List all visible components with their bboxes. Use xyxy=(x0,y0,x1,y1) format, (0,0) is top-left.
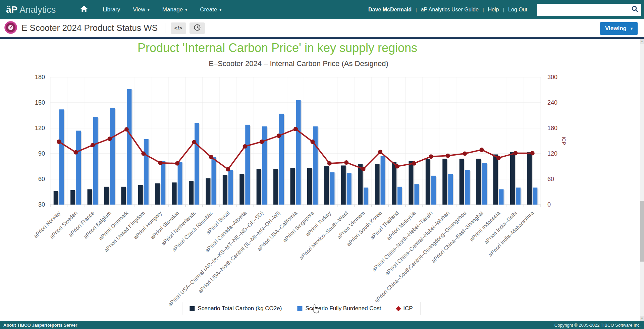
icp-point-21[interactable] xyxy=(412,161,416,166)
bar-burdened-cost-22[interactable] xyxy=(431,176,436,205)
bar-total-carbon-6[interactable] xyxy=(155,183,160,205)
bar-total-carbon-7[interactable] xyxy=(172,182,177,205)
bar-total-carbon-19[interactable] xyxy=(375,164,380,205)
schedule-button[interactable] xyxy=(190,22,205,34)
bar-total-carbon-21[interactable] xyxy=(409,161,413,205)
icp-point-24[interactable] xyxy=(463,152,467,156)
viewing-dropdown-button[interactable]: Viewing ▾ xyxy=(600,22,638,35)
bar-burdened-cost-26[interactable] xyxy=(499,189,503,205)
icp-point-10[interactable] xyxy=(226,167,230,171)
bar-total-carbon-28[interactable] xyxy=(527,152,532,205)
user-name[interactable]: Dave McDermaid xyxy=(368,7,412,13)
bar-total-carbon-4[interactable] xyxy=(121,187,126,205)
bar-burdened-cost-2[interactable] xyxy=(93,117,98,205)
bar-burdened-cost-17[interactable] xyxy=(347,173,352,205)
scrollbar-up-arrow[interactable]: ▲ xyxy=(640,39,644,44)
bar-burdened-cost-15[interactable] xyxy=(313,126,318,205)
bar-total-carbon-23[interactable] xyxy=(442,159,447,205)
icp-point-14[interactable] xyxy=(293,127,298,131)
bar-burdened-cost-20[interactable] xyxy=(397,187,402,205)
icp-point-3[interactable] xyxy=(107,136,112,141)
bar-total-carbon-10[interactable] xyxy=(223,175,227,205)
bar-burdened-cost-23[interactable] xyxy=(448,174,453,205)
legend-item-total-carbon[interactable]: Scenario Total Carbon (kg CO2e) xyxy=(190,305,282,312)
scrollbar-down-arrow[interactable]: ▼ xyxy=(640,316,644,321)
icp-point-19[interactable] xyxy=(378,150,382,154)
icp-point-7[interactable] xyxy=(175,161,179,166)
brand-logo[interactable]: ăP Analytics xyxy=(6,4,56,15)
bar-burdened-cost-28[interactable] xyxy=(533,187,537,205)
bar-total-carbon-1[interactable] xyxy=(70,190,75,205)
bar-burdened-cost-19[interactable] xyxy=(381,156,385,205)
bar-total-carbon-0[interactable] xyxy=(54,191,58,205)
icp-point-0[interactable] xyxy=(57,140,61,144)
bar-burdened-cost-1[interactable] xyxy=(76,131,81,205)
nav-item-library[interactable]: Library xyxy=(96,3,126,16)
icp-point-13[interactable] xyxy=(277,133,281,138)
nav-item-create[interactable]: Create ▾ xyxy=(194,3,228,16)
icp-point-5[interactable] xyxy=(141,152,146,156)
bar-total-carbon-9[interactable] xyxy=(206,178,210,205)
icp-point-16[interactable] xyxy=(327,161,332,166)
bar-burdened-cost-10[interactable] xyxy=(228,170,233,205)
bar-burdened-cost-25[interactable] xyxy=(482,163,487,205)
bar-total-carbon-13[interactable] xyxy=(273,169,278,205)
legend-item-burdened-cost[interactable]: Scenario Fully Burdened Cost xyxy=(297,305,381,312)
bar-total-carbon-17[interactable] xyxy=(341,165,346,205)
icp-point-1[interactable] xyxy=(74,150,78,155)
bar-burdened-cost-21[interactable] xyxy=(414,184,419,205)
bar-burdened-cost-24[interactable] xyxy=(465,170,470,205)
icp-point-4[interactable] xyxy=(124,127,129,131)
bar-total-carbon-3[interactable] xyxy=(104,187,109,205)
bar-burdened-cost-11[interactable] xyxy=(245,125,250,205)
bar-total-carbon-8[interactable] xyxy=(189,181,194,205)
bar-total-carbon-15[interactable] xyxy=(307,168,312,205)
icp-point-9[interactable] xyxy=(209,155,213,159)
icp-point-17[interactable] xyxy=(344,160,348,165)
bar-total-carbon-20[interactable] xyxy=(392,162,396,205)
embed-code-button[interactable]: </> xyxy=(171,22,186,34)
icp-point-15[interactable] xyxy=(310,140,315,144)
icp-point-8[interactable] xyxy=(192,140,197,144)
vertical-scrollbar[interactable]: ▲ ▼ xyxy=(640,39,644,321)
icp-point-26[interactable] xyxy=(496,156,501,160)
bar-total-carbon-5[interactable] xyxy=(138,185,143,205)
icp-point-18[interactable] xyxy=(361,167,366,171)
icp-point-28[interactable] xyxy=(530,151,535,155)
bar-total-carbon-14[interactable] xyxy=(290,168,295,205)
legend-item-icp[interactable]: ICP xyxy=(396,305,413,312)
bar-total-carbon-2[interactable] xyxy=(88,189,92,205)
bar-burdened-cost-13[interactable] xyxy=(279,114,284,205)
icp-point-27[interactable] xyxy=(513,151,518,155)
bar-total-carbon-11[interactable] xyxy=(239,174,244,205)
nav-item-manage[interactable]: Manage ▾ xyxy=(156,3,194,16)
bar-burdened-cost-14[interactable] xyxy=(296,100,301,205)
bar-burdened-cost-5[interactable] xyxy=(144,139,149,205)
bar-total-carbon-22[interactable] xyxy=(426,159,430,205)
icp-point-2[interactable] xyxy=(91,143,95,147)
bar-burdened-cost-8[interactable] xyxy=(195,123,199,205)
icp-point-23[interactable] xyxy=(446,154,450,158)
bar-burdened-cost-3[interactable] xyxy=(110,108,115,205)
bar-burdened-cost-12[interactable] xyxy=(262,126,267,205)
bar-burdened-cost-0[interactable] xyxy=(59,109,64,205)
bar-burdened-cost-27[interactable] xyxy=(516,187,521,205)
scrollbar-thumb[interactable] xyxy=(640,201,644,262)
nav-link-logout[interactable]: Log Out xyxy=(508,7,527,13)
bar-burdened-cost-4[interactable] xyxy=(127,89,131,205)
icp-point-22[interactable] xyxy=(429,154,433,159)
icp-point-25[interactable] xyxy=(480,148,484,152)
nav-link-help[interactable]: Help xyxy=(488,7,499,13)
bar-total-carbon-25[interactable] xyxy=(476,159,481,205)
bar-total-carbon-16[interactable] xyxy=(324,166,329,205)
home-button[interactable] xyxy=(76,3,92,16)
bar-burdened-cost-16[interactable] xyxy=(330,172,334,205)
bar-burdened-cost-6[interactable] xyxy=(161,161,165,205)
search-icon[interactable] xyxy=(631,5,639,14)
icp-point-20[interactable] xyxy=(395,164,399,169)
icp-point-12[interactable] xyxy=(260,140,264,144)
nav-item-view[interactable]: View ▾ xyxy=(126,3,156,16)
bar-burdened-cost-7[interactable] xyxy=(178,162,182,205)
bar-total-carbon-26[interactable] xyxy=(493,155,498,205)
search-input[interactable] xyxy=(540,5,631,15)
